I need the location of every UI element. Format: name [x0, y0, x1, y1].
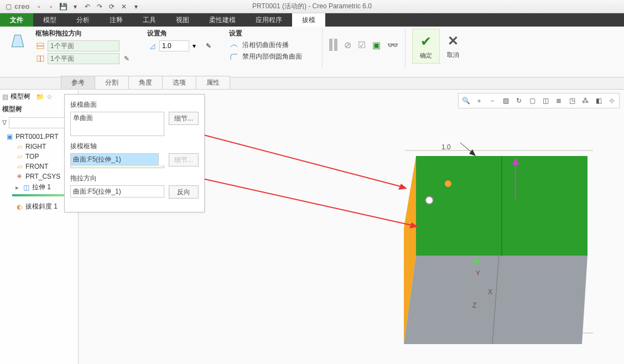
tangent-icon: [229, 41, 239, 50]
rp-hinge-label: 拔模枢轴: [70, 142, 199, 151]
qat-more[interactable]: ▾: [131, 2, 142, 12]
app-icon: ▢: [3, 2, 14, 12]
glasses-icon[interactable]: 👓: [387, 40, 398, 50]
subtab-ref[interactable]: 参考: [61, 76, 95, 89]
pause-button[interactable]: [329, 39, 337, 51]
qat-regen[interactable]: ⟳: [106, 2, 117, 12]
round-icon: [229, 53, 239, 61]
tree-tab-label[interactable]: 模型树: [11, 92, 30, 101]
angle-spinner[interactable]: [159, 40, 189, 51]
plane-icon: ▱: [15, 143, 23, 150]
csys-icon: ✳: [15, 173, 23, 180]
svg-marker-0: [12, 35, 23, 46]
opt-round-label: 禁用内部倒圆角曲面: [242, 52, 302, 61]
group-angle-title: 设置角: [147, 29, 216, 38]
part-icon: ▣: [6, 133, 13, 141]
tab-view[interactable]: 视图: [166, 13, 199, 27]
draft-feat-icon: ◐: [15, 203, 23, 211]
axis-y: Y: [476, 269, 480, 277]
rp-surfaces-label: 拔模曲面: [70, 100, 199, 110]
rp-surfaces-details[interactable]: 细节...: [169, 112, 199, 125]
tree-root-label: PRT0001.PRT: [15, 133, 59, 141]
opt-tangent[interactable]: 沿相切曲面传播: [229, 40, 302, 50]
group-angle: 设置角 ◿ ▾ ✎: [147, 29, 216, 53]
tree-front-label: FRONT: [25, 163, 48, 170]
app-logo: creo: [14, 2, 29, 11]
hinge2-collector[interactable]: [48, 53, 119, 64]
cancel-label: 取消: [447, 51, 459, 59]
folder-tab-icon[interactable]: 📁: [36, 93, 44, 101]
flip-icon[interactable]: ✎: [122, 54, 132, 63]
tree-tab-icon[interactable]: ▤: [2, 93, 8, 101]
group-hinge: 枢轴和拖拉方向 ✎: [35, 29, 134, 66]
tab-analysis[interactable]: 分析: [66, 13, 100, 27]
subtab-angle[interactable]: 角度: [128, 76, 163, 89]
tree-right-label: RIGHT: [25, 143, 46, 150]
verify-icon[interactable]: ☑: [358, 40, 366, 50]
rp-flip-button[interactable]: 反向: [169, 185, 199, 199]
rp-surfaces-value: 单曲面: [73, 114, 93, 122]
hinge1-icon[interactable]: [35, 41, 45, 50]
fav-tab-icon[interactable]: ☆: [46, 93, 53, 101]
angle-flip-icon[interactable]: ✎: [204, 41, 214, 50]
tab-tools[interactable]: 工具: [133, 13, 166, 27]
qat-new[interactable]: ▫: [33, 2, 44, 12]
opt-tangent-label: 沿相切曲面传播: [242, 40, 289, 50]
expand-icon[interactable]: ▸: [15, 184, 19, 191]
drag-handle-angle[interactable]: [445, 180, 451, 187]
rp-hinge-details: 细节...: [169, 153, 199, 167]
feature-controls: ⊘ ☑ ▣ 👓: [329, 39, 398, 51]
ok-label: 确定: [420, 51, 432, 60]
ribbon-sep2: [405, 29, 405, 69]
qat-sep: ▾: [70, 2, 81, 12]
x-icon: ✕: [444, 32, 462, 50]
tree-extrude-label: 拉伸 1: [32, 183, 51, 192]
tab-draft[interactable]: 拔模: [292, 13, 325, 27]
extrude-icon: ◫: [22, 184, 30, 191]
ok-button[interactable]: ✔ 确定: [412, 29, 440, 64]
rp-pull-label: 拖拉方向: [70, 174, 199, 183]
tab-flex[interactable]: 柔性建模: [199, 13, 246, 27]
angle-drop-icon[interactable]: ▾: [189, 41, 199, 50]
window-title: PRT0001 (活动的) - Creo Parametric 6.0: [252, 2, 372, 11]
cancel-button[interactable]: ✕ 取消: [440, 29, 466, 63]
qat-save[interactable]: 💾: [58, 2, 69, 12]
rp-pull-input[interactable]: [70, 185, 164, 197]
tab-model[interactable]: 模型: [33, 13, 66, 27]
tab-annotate[interactable]: 注释: [100, 13, 133, 27]
qat-undo[interactable]: ↶: [82, 2, 93, 12]
subtab-split[interactable]: 分割: [95, 76, 129, 89]
rp-surfaces-list[interactable]: 单曲面: [70, 112, 164, 136]
ribbon-body: 枢轴和拖拉方向 ✎ 设置角 ◿ ▾ ✎ 设置 沿相切曲面传播 禁用内部倒圆角曲面: [0, 27, 624, 77]
tree-draft-label: 拔模斜度 1: [25, 202, 58, 211]
tree-csys-label: PRT_CSYS: [25, 173, 60, 180]
group-settings: 设置 沿相切曲面传播 禁用内部倒圆角曲面: [229, 29, 302, 64]
group-settings-title: 设置: [229, 29, 302, 38]
sub-tab-bar: 参考 分割 角度 选项 属性: [0, 77, 624, 90]
tab-file[interactable]: 文件: [0, 13, 33, 27]
qat-close[interactable]: ✕: [118, 2, 129, 12]
hinge2-icon[interactable]: [35, 54, 45, 63]
qat-redo[interactable]: ↷: [94, 2, 105, 12]
filter-icon[interactable]: ∇: [2, 119, 7, 127]
title-bar: ▢ creo ▫ ▫ 💾 ▾ ↶ ↷ ⟳ ✕ ▾ PRT0001 (活动的) -…: [0, 0, 624, 13]
viewport-angle-label[interactable]: 1.0: [441, 143, 451, 151]
hinge1-collector[interactable]: [48, 40, 119, 51]
plane-icon: ▱: [15, 153, 23, 160]
subtab-options[interactable]: 选项: [162, 76, 196, 89]
axis-x: X: [488, 288, 492, 296]
ribbon-tabs: 文件 模型 分析 注释 工具 视图 柔性建模 应用程序 拔模: [0, 13, 624, 27]
preview-icon[interactable]: ▣: [372, 40, 381, 50]
drag-handle-dir[interactable]: [425, 196, 433, 204]
qat-open[interactable]: ▫: [45, 2, 56, 12]
angle-icon: ◿: [147, 41, 157, 50]
plane-icon: ▱: [15, 163, 23, 170]
ribbon-sep1: [322, 29, 323, 69]
rp-hinge-input[interactable]: [70, 153, 159, 165]
draft-feature-icon[interactable]: [4, 29, 31, 53]
tab-apps[interactable]: 应用程序: [246, 13, 292, 27]
no-preview-icon[interactable]: ⊘: [344, 40, 351, 50]
subtab-props[interactable]: 属性: [196, 76, 230, 89]
check-icon: ✔: [417, 33, 435, 50]
opt-round[interactable]: 禁用内部倒圆角曲面: [229, 52, 302, 61]
